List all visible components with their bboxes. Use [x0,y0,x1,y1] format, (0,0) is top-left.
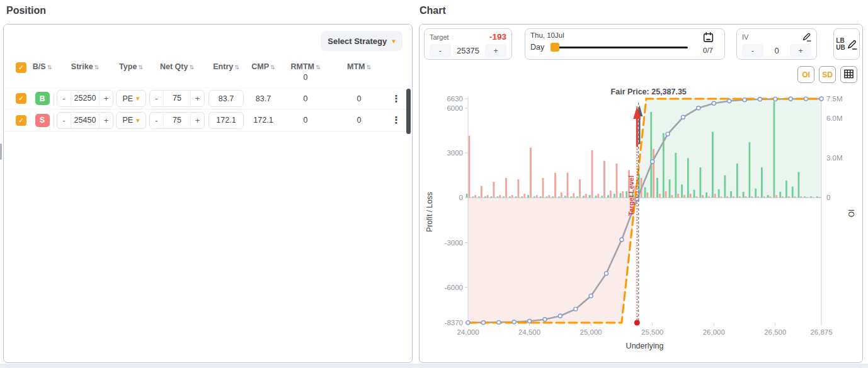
payoff-chart-svg[interactable]: 6630600030000-3000-6000-83707.5M6.0M3.0M… [423,87,862,358]
page-scrollbar-fragment[interactable] [0,143,2,160]
loss-region [468,198,636,323]
day-slider[interactable] [551,43,692,52]
table-scrollbar[interactable] [406,89,411,134]
entry-price-input[interactable]: 83.7 [208,90,244,107]
column-header-rmtm[interactable]: RMTM⇅ 0 [281,62,330,82]
day-slider-track[interactable] [551,47,688,48]
pe-oi-bar [579,179,581,198]
chevron-down-icon: ▾ [392,37,396,45]
strike-decrement-button[interactable]: - [57,116,71,125]
pe-oi-bar [511,195,513,198]
column-header-bs[interactable]: B/S⇅ [29,62,55,71]
pe-oi-bar [554,172,556,198]
row-checkbox[interactable]: ✓ [16,93,26,104]
edit-pencil-icon[interactable] [802,32,811,42]
target-value[interactable]: 25375 [451,46,485,55]
svg-text:26,500: 26,500 [764,328,786,336]
t0-marker [728,99,731,103]
position-row: ✓ S - 25450 + PE ▾ - 75 + 172.1 172.1 0 … [4,109,412,131]
pe-oi-bar [683,195,685,198]
t0-marker [774,97,777,101]
row-checkbox[interactable]: ✓ [16,115,26,126]
mtm-value: 0 [330,116,388,125]
ce-oi-bar [687,158,689,198]
day-slider-label: Day [530,43,544,52]
buy-sell-badge[interactable]: B [35,92,50,105]
ce-oi-bar [607,195,609,198]
payoff-chart[interactable]: 6630600030000-3000-6000-83707.5M6.0M3.0M… [423,87,862,358]
select-all-checkbox[interactable]: ✓ [16,62,26,73]
table-view-button[interactable] [840,66,857,83]
chart-card: Target -193 - 25375 + Thu, 10Jul Day [419,24,863,363]
qty-decrement-button[interactable]: - [150,94,163,103]
lb-label: LB [836,37,845,44]
ce-oi-bar [755,189,757,198]
qty-decrement-button[interactable]: - [150,116,163,125]
target-increment-button[interactable]: + [485,44,506,57]
ub-label: UB [836,44,845,51]
calendar-icon[interactable] [702,31,714,43]
t0-marker [666,132,670,136]
t0-marker [528,319,532,323]
day-slider-handle[interactable] [551,43,559,52]
t0-marker [758,98,762,101]
ce-oi-bar [724,176,726,198]
option-type-select[interactable]: PE ▾ [116,112,146,129]
ce-oi-bar [705,192,707,198]
strike-increment-button[interactable]: + [100,94,113,103]
column-header-cmp[interactable]: CMP⇅ [246,62,281,71]
sort-icon: ⇅ [270,64,275,70]
mtm-value: 0 [330,94,388,103]
pe-oi-bar [573,193,574,198]
row-menu-button[interactable]: ⋮ [388,93,404,104]
row-menu-button[interactable]: ⋮ [388,114,404,126]
column-header-entry[interactable]: Entry⇅ [207,62,246,71]
t0-marker [497,320,501,324]
iv-increment-button[interactable]: + [790,44,811,57]
svg-text:Target Level: Target Level [627,176,635,216]
edit-pencil-icon[interactable] [847,39,857,50]
sort-icon: ⇅ [366,64,371,70]
pe-oi-bar [775,195,777,198]
pe-oi-bar [591,150,593,198]
svg-text:Profit / Loss: Profit / Loss [425,192,434,231]
column-header-type[interactable]: Type⇅ [115,62,147,71]
iv-value[interactable]: 0 [763,46,790,55]
pe-oi-bar [646,192,648,198]
iv-decrement-button[interactable]: - [742,44,763,57]
pe-oi-bar [622,191,624,198]
svg-text:7.5M: 7.5M [826,95,843,103]
qty-value[interactable]: 75 [163,91,191,106]
column-header-strike[interactable]: Strike⇅ [55,62,115,71]
strike-increment-button[interactable]: + [100,116,113,125]
strike-stepper: - 25450 + [57,112,113,129]
entry-price-input[interactable]: 172.1 [208,112,244,129]
qty-value[interactable]: 75 [163,113,191,128]
pe-oi-bar [523,194,525,198]
pe-oi-bar [702,195,704,198]
lbub-control[interactable]: LB UB [833,28,860,60]
option-type-select[interactable]: PE ▾ [116,90,146,107]
strike-value[interactable]: 25450 [71,113,100,128]
select-strategy-dropdown[interactable]: Select Strategy ▾ [321,31,403,51]
sd-toggle-button[interactable]: SD [819,66,836,83]
qty-increment-button[interactable]: + [191,94,204,103]
ce-oi-bar [681,184,683,198]
column-header-qty[interactable]: Net Qty⇅ [147,62,207,71]
pe-oi-bar [548,195,550,198]
strike-decrement-button[interactable]: - [57,94,71,103]
position-panel-title: Position [6,5,46,16]
ce-oi-bar [743,192,745,198]
buy-sell-badge[interactable]: S [35,114,50,127]
pe-oi-bar [653,149,654,198]
target-decrement-button[interactable]: - [430,44,451,57]
oi-toggle-button[interactable]: OI [797,66,814,83]
t0-marker [466,321,470,325]
position-row: ✓ B - 25250 + PE ▾ - 75 + 83.7 83.7 0 0 … [4,87,412,109]
strike-value[interactable]: 25250 [71,91,100,106]
column-header-mtm[interactable]: MTM⇅ [330,62,388,71]
t0-marker [789,97,792,101]
ce-oi-bar [694,190,695,198]
select-strategy-label: Select Strategy [328,36,387,46]
qty-increment-button[interactable]: + [191,116,204,125]
